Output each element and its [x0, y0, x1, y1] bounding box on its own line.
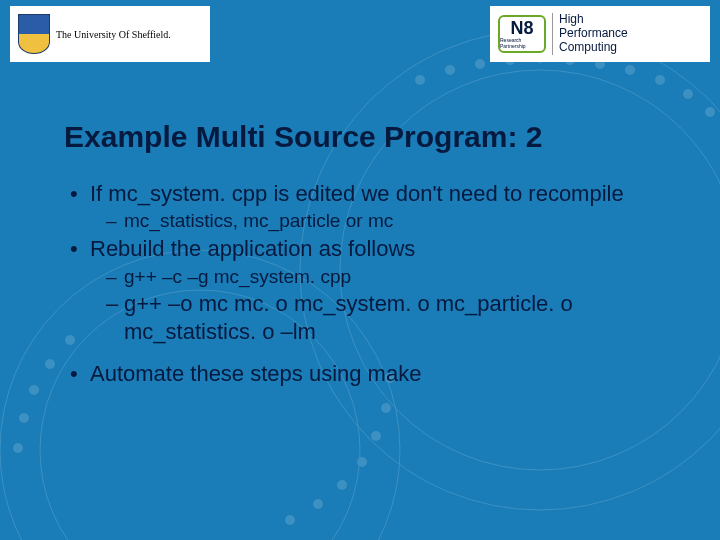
slide-content: Example Multi Source Program: 2 • If mc_…: [0, 62, 720, 388]
svg-point-15: [285, 515, 295, 525]
n8-hpc-logo: N8 Research Partnership High Performance…: [490, 6, 710, 62]
n8-badge-icon: N8 Research Partnership: [498, 15, 546, 53]
bullet-3: • Automate these steps using make: [64, 360, 670, 388]
bullet-2: • Rebuild the application as follows: [64, 235, 670, 263]
svg-point-25: [19, 413, 29, 423]
svg-point-17: [337, 480, 347, 490]
svg-point-16: [313, 499, 323, 509]
bullet-1: • If mc_system. cpp is edited we don't n…: [64, 180, 670, 208]
slide-title: Example Multi Source Program: 2: [64, 120, 670, 154]
svg-point-19: [371, 431, 381, 441]
svg-point-26: [13, 443, 23, 453]
bullet-1-sub-1: – mc_statistics, mc_particle or mc: [64, 209, 670, 233]
hpc-label: High Performance Computing: [559, 13, 628, 54]
university-name: The University Of Sheffield.: [56, 29, 171, 40]
bullet-list: • If mc_system. cpp is edited we don't n…: [64, 180, 670, 388]
bullet-2-sub-2: – g++ –o mc mc. o mc_system. o mc_partic…: [64, 290, 670, 346]
svg-point-18: [357, 457, 367, 467]
svg-point-20: [381, 403, 391, 413]
university-of-sheffield-logo: The University Of Sheffield.: [10, 6, 210, 62]
bullet-2-sub-1: – g++ –c –g mc_system. cpp: [64, 265, 670, 289]
shield-icon: [18, 14, 50, 54]
divider: [552, 13, 553, 55]
header: The University Of Sheffield. N8 Research…: [0, 0, 720, 62]
